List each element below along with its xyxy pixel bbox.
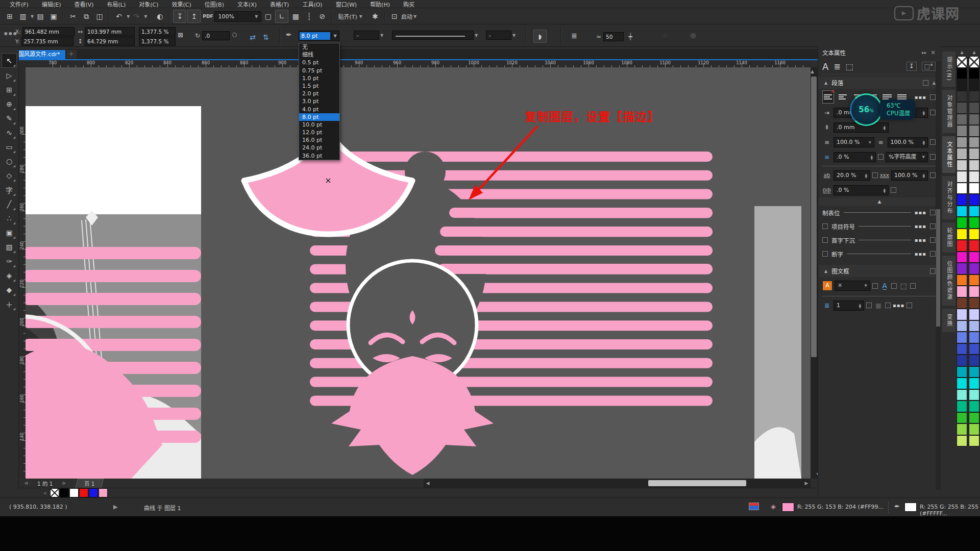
outline-width-option[interactable]: 无 bbox=[299, 43, 339, 51]
color-swatch[interactable] bbox=[969, 343, 979, 355]
menu-item[interactable]: 对象(C) bbox=[132, 0, 165, 8]
color-swatch[interactable] bbox=[969, 148, 979, 160]
show-rulers-icon[interactable]: ∟ bbox=[275, 10, 288, 23]
color-swatch[interactable] bbox=[969, 378, 979, 389]
mirror-horizontal-icon[interactable]: ⇄ bbox=[247, 31, 259, 43]
document-color-swatch[interactable] bbox=[60, 488, 69, 497]
color-swatch[interactable] bbox=[969, 309, 979, 320]
outline-width-option[interactable]: 36.0 pt bbox=[299, 152, 339, 160]
import-text-icon[interactable]: ↧ bbox=[906, 62, 917, 71]
outline-width-option[interactable]: 8.0 pt bbox=[299, 113, 339, 121]
pdf-icon[interactable]: PDF bbox=[202, 10, 214, 22]
palette-scroll-up-icon[interactable]: ▲ bbox=[968, 49, 980, 56]
parallel-dimension-tool[interactable]: ╱◢ bbox=[2, 197, 16, 211]
color-swatch[interactable] bbox=[957, 274, 967, 286]
outline-width-option[interactable]: 3.0 pt bbox=[299, 97, 339, 105]
outline-width-option[interactable]: 24.0 pt bbox=[299, 144, 339, 152]
snap-off-icon[interactable]: ⊘ bbox=[316, 10, 328, 22]
color-swatch[interactable] bbox=[969, 400, 979, 412]
color-swatch[interactable] bbox=[957, 263, 967, 274]
scroll-up-icon[interactable]: ▲ bbox=[811, 69, 814, 74]
connector-tool[interactable]: ∴◢ bbox=[2, 211, 16, 225]
checkbox[interactable] bbox=[930, 154, 936, 160]
color-swatch[interactable] bbox=[969, 435, 979, 447]
checkbox[interactable] bbox=[878, 154, 884, 160]
color-swatch[interactable] bbox=[969, 160, 979, 171]
docker-scroll-thumb[interactable] bbox=[936, 209, 940, 327]
word-spacing-field[interactable]: 100.0 %▲▼ bbox=[891, 170, 928, 181]
play-icon[interactable]: ▶ bbox=[113, 504, 117, 510]
checkbox[interactable] bbox=[891, 283, 897, 289]
palette-scroll-up-icon[interactable]: ▲ bbox=[956, 49, 968, 56]
checkbox[interactable] bbox=[930, 139, 936, 145]
outline-width-option[interactable]: 0.75 pt bbox=[299, 67, 339, 74]
crop-tool[interactable]: ⊞◢ bbox=[2, 83, 16, 96]
checkbox[interactable] bbox=[822, 251, 828, 257]
color-swatch[interactable] bbox=[957, 389, 967, 401]
outline-width-option[interactable]: 1.5 pt bbox=[299, 82, 339, 90]
color-swatch[interactable] bbox=[969, 389, 979, 401]
color-swatch[interactable] bbox=[969, 229, 979, 240]
smooth-value-field[interactable]: 50 bbox=[603, 32, 624, 41]
color-swatch[interactable] bbox=[957, 160, 967, 171]
x-position-field[interactable]: 961.482 mm bbox=[22, 27, 75, 36]
color-swatch[interactable] bbox=[957, 400, 967, 412]
edit-frame-icon[interactable]: ⬚° bbox=[922, 62, 936, 71]
checkbox[interactable] bbox=[930, 110, 936, 115]
color-swatch[interactable] bbox=[969, 56, 979, 68]
spacing-before-field[interactable]: 100.0 %▼ bbox=[834, 137, 874, 147]
spacing-after-field[interactable]: 100.0 %▲▼ bbox=[888, 137, 928, 147]
color-swatch[interactable] bbox=[969, 194, 979, 206]
y-position-field[interactable]: 257.735 mm bbox=[21, 37, 74, 46]
menu-item[interactable]: 位图(B) bbox=[198, 0, 231, 8]
import-icon[interactable]: ↧ bbox=[173, 10, 186, 23]
color-swatch[interactable] bbox=[957, 378, 967, 389]
docker-scrollbar[interactable] bbox=[936, 61, 941, 490]
document-color-swatch[interactable] bbox=[69, 488, 79, 497]
color-swatch[interactable] bbox=[969, 274, 979, 286]
chevron-down-icon[interactable]: ▼ bbox=[413, 14, 416, 19]
more-options-icon[interactable]: ▪▪▪ bbox=[915, 251, 926, 257]
color-swatch[interactable] bbox=[957, 137, 967, 148]
color-swatch[interactable] bbox=[969, 183, 979, 194]
pick-tool[interactable]: ↖◢ bbox=[2, 53, 17, 68]
document-color-swatch[interactable] bbox=[79, 488, 88, 497]
fill-icon[interactable]: ◈ bbox=[771, 503, 776, 510]
cut-icon[interactable]: ✂ bbox=[67, 10, 79, 22]
palette-scroll-left-icon[interactable]: « bbox=[43, 490, 47, 496]
transparency-tool[interactable]: ▨◢ bbox=[2, 240, 16, 254]
lock-ratio-icon[interactable]: ⊠ bbox=[178, 31, 183, 39]
undo-icon[interactable]: ↶ bbox=[113, 10, 125, 22]
color-swatch[interactable] bbox=[957, 297, 967, 309]
color-swatch[interactable] bbox=[957, 206, 967, 217]
color-swatch[interactable] bbox=[969, 320, 979, 332]
zoom-level-select[interactable]: 100% ▼ bbox=[214, 11, 261, 22]
horizontal-ruler[interactable]: 7808008208408608809009209409609801000102… bbox=[19, 60, 811, 68]
columns-field[interactable]: 1▲▼ bbox=[834, 300, 864, 311]
docker-tab-变换[interactable]: 变换 bbox=[942, 308, 956, 333]
frame-props-icon[interactable]: ⬚ bbox=[846, 62, 853, 71]
menu-item[interactable]: 编辑(E) bbox=[35, 0, 68, 8]
color-swatch[interactable] bbox=[969, 102, 979, 114]
slider-icon[interactable]: ┿ bbox=[624, 31, 636, 43]
menu-item[interactable]: 帮助(H) bbox=[363, 0, 397, 8]
color-swatch[interactable] bbox=[969, 79, 979, 91]
docker-collapse-icon[interactable]: ▸▸ bbox=[922, 50, 926, 55]
export-icon[interactable]: ↥ bbox=[187, 10, 201, 23]
outline-width-option[interactable]: 4.0 pt bbox=[299, 106, 339, 113]
checkbox[interactable] bbox=[822, 223, 828, 229]
document-color-swatch[interactable] bbox=[50, 488, 59, 497]
open-icon[interactable]: ▥ bbox=[17, 10, 29, 22]
scroll-left-icon[interactable]: ◀ bbox=[424, 479, 432, 487]
outline-width-option[interactable]: 10.0 pt bbox=[299, 121, 339, 129]
polygon-tool[interactable]: ◇◢ bbox=[2, 168, 16, 182]
color-swatch[interactable] bbox=[969, 366, 979, 378]
freehand-tool[interactable]: ✎◢ bbox=[2, 111, 16, 125]
welcome-screen-icon[interactable]: ◐ bbox=[154, 10, 166, 22]
collapse-section-icon[interactable]: ▲ bbox=[818, 197, 941, 206]
character-props-icon[interactable]: A bbox=[822, 61, 828, 72]
display-icon[interactable] bbox=[749, 503, 759, 512]
color-swatch[interactable] bbox=[969, 68, 979, 80]
menu-item[interactable]: 文件(F) bbox=[3, 0, 35, 8]
outline-width-option[interactable]: 1.0 pt bbox=[299, 74, 339, 82]
